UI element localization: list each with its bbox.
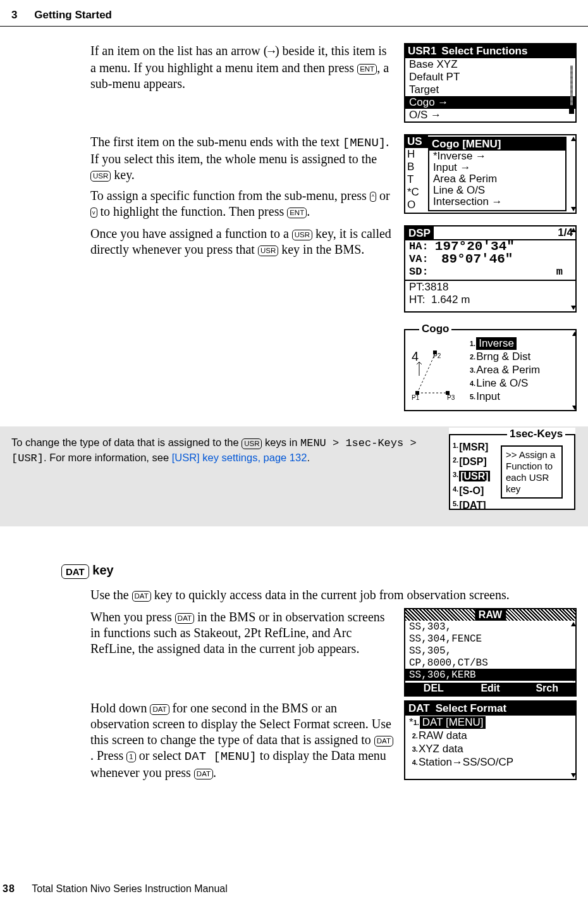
sidebar-item: *C bbox=[405, 186, 428, 199]
list-item[interactable]: O/S → bbox=[405, 109, 575, 121]
data-row[interactable]: SS,305, bbox=[405, 645, 575, 657]
list-item[interactable]: XYZ data bbox=[419, 743, 463, 755]
ent-key: ENT bbox=[357, 64, 377, 75]
chevron-down-icon bbox=[571, 207, 576, 211]
dat-key: DAT bbox=[194, 769, 213, 779]
chapter-title: Getting Started bbox=[34, 9, 112, 21]
sidebar-item: O bbox=[405, 199, 428, 211]
para-assign-specific: To assign a specific function from the s… bbox=[90, 188, 395, 220]
list-item[interactable]: Line & O/S bbox=[429, 185, 565, 196]
chevron-up-icon bbox=[575, 437, 575, 441]
list-item-selected[interactable]: Inverse bbox=[476, 337, 517, 350]
list-item-selected[interactable]: [USR] bbox=[459, 471, 489, 481]
text: or bbox=[376, 189, 390, 202]
list-item[interactable]: Station→SS/SO/CP bbox=[419, 756, 513, 769]
list-item[interactable]: Brng & Dist bbox=[476, 351, 530, 363]
text: key. bbox=[111, 168, 135, 182]
device-screen-cogo-submenu: US H B T *C O Cogo [MENU] *Inverse → Inp… bbox=[404, 134, 577, 214]
titlebar-tag: USR1 bbox=[405, 44, 439, 58]
text: . For more information, see bbox=[44, 452, 172, 463]
list-item-selected[interactable]: Cogo → bbox=[405, 96, 575, 109]
text: . bbox=[213, 766, 216, 779]
text: to highlight the function. Then press bbox=[97, 204, 288, 218]
list-item[interactable]: [DAT] bbox=[459, 500, 486, 510]
text: If an item on the list has an arrow ( bbox=[90, 44, 267, 58]
screen-body: *1.DAT [MENU] 2.RAW data 3.XYZ data 4.St… bbox=[405, 716, 575, 779]
arrow-glyph: → bbox=[267, 45, 274, 59]
data-row-selected[interactable]: SS,306,KERB bbox=[405, 669, 575, 681]
list-item[interactable]: Area & Perim bbox=[476, 364, 540, 376]
screen-body: 4 P2 P1 P3 1.Inverse 2.Brng & Dist bbox=[409, 335, 572, 409]
text: Use the bbox=[90, 588, 132, 602]
list-item[interactable]: *Inverse → bbox=[429, 151, 565, 162]
screen-body: Base XYZ Default PT Target Cogo → O/S → bbox=[405, 58, 575, 121]
text: Hold down bbox=[90, 701, 150, 715]
softkey-edit[interactable]: Edit bbox=[462, 683, 519, 695]
list-item[interactable]: Line & O/S bbox=[476, 377, 528, 390]
softkey-del[interactable]: DEL bbox=[405, 683, 462, 695]
text: key bbox=[89, 563, 114, 577]
ht-label: HT: bbox=[409, 294, 426, 306]
scroll-indicator bbox=[572, 332, 575, 410]
sidebar-under: US H B T *C O bbox=[405, 135, 428, 213]
svg-text:P1: P1 bbox=[412, 394, 420, 401]
list-item[interactable]: Input → bbox=[429, 162, 565, 173]
text: . bbox=[307, 452, 310, 463]
titlebar-tag: DAT bbox=[405, 702, 433, 716]
data-row[interactable]: SS,304,FENCE bbox=[405, 633, 575, 645]
dat-key: DAT bbox=[175, 613, 194, 624]
list-item-selected[interactable]: DAT [MENU] bbox=[420, 716, 486, 729]
softkey-search[interactable]: Srch bbox=[518, 683, 575, 695]
list-item[interactable]: Base XYZ bbox=[405, 58, 575, 71]
list-item[interactable]: [MSR] bbox=[459, 442, 488, 452]
section-head-dat-key: DAT key bbox=[61, 563, 114, 579]
softkey-bar: DEL Edit Srch bbox=[405, 683, 575, 695]
chapter-number: 3 bbox=[11, 9, 17, 22]
va-label: VA: bbox=[409, 253, 429, 266]
device-screen-1sec-keys: 1sec-Keys 1.[MSR] 2.[DSP] 3.[USR] 4.[S-O… bbox=[449, 428, 575, 510]
titlebar: USR1 Select Functions bbox=[405, 44, 575, 58]
page: 3 Getting Started If an item on the list… bbox=[0, 0, 588, 906]
chevron-up-icon bbox=[571, 137, 576, 141]
list-item[interactable]: Input bbox=[476, 390, 500, 403]
list-item[interactable]: RAW data bbox=[419, 729, 467, 742]
list-item[interactable]: Intersection → bbox=[429, 196, 565, 208]
text: To change the type of data that is assig… bbox=[11, 437, 242, 448]
running-header: 3 Getting Started bbox=[11, 9, 112, 22]
scroll-indicator bbox=[571, 622, 574, 681]
manual-title: Total Station Nivo Series Instruction Ma… bbox=[32, 883, 227, 894]
text: When you press bbox=[90, 610, 175, 624]
chevron-up-icon bbox=[571, 228, 576, 232]
list-item[interactable]: [S-O] bbox=[459, 485, 484, 496]
titlebar-pattern: RAW bbox=[405, 609, 575, 621]
ent-key: ENT bbox=[287, 208, 307, 218]
scroll-indicator bbox=[571, 703, 574, 778]
scrollbar-thumb[interactable] bbox=[569, 105, 574, 114]
diagram-icon: 4 P2 P1 P3 bbox=[410, 339, 461, 407]
svg-text:4: 4 bbox=[412, 349, 419, 363]
link-usr-key-settings[interactable]: [USR] key settings, page 132 bbox=[172, 452, 307, 463]
list-item[interactable]: Default PT bbox=[405, 71, 575, 84]
list-item[interactable]: Target bbox=[405, 84, 575, 96]
titlebar: DSP 1/4 bbox=[405, 226, 575, 240]
dat-keycap-large: DAT bbox=[61, 564, 89, 579]
titlebar-title: Select Format bbox=[433, 702, 575, 716]
list-item[interactable]: Area & Perim bbox=[429, 173, 565, 185]
data-row[interactable]: CP,8000,CT/BS bbox=[405, 657, 575, 669]
scrollbar[interactable] bbox=[569, 59, 574, 120]
up-key: ^ bbox=[370, 192, 376, 202]
frame-legend: 1sec-Keys bbox=[507, 428, 565, 440]
screen-body: HA: 197°20'34" VA: 89°07'46" SD:m PT:381… bbox=[405, 240, 575, 311]
text: . bbox=[307, 204, 310, 218]
text: key in the BMS. bbox=[278, 242, 364, 256]
list-item[interactable]: [DSP] bbox=[459, 456, 487, 467]
text: The first item on the sub-menu ends with… bbox=[90, 135, 343, 149]
text: To assign a specific function from the s… bbox=[90, 189, 370, 202]
titlebar-title: Select Functions bbox=[439, 44, 575, 58]
chevron-down-icon bbox=[571, 773, 576, 778]
data-row[interactable]: SS,303, bbox=[405, 621, 575, 633]
device-screen-raw: RAW SS,303, SS,304,FENCE SS,305, CP,8000… bbox=[404, 608, 577, 697]
device-screen-dsp: DSP 1/4 HA: 197°20'34" VA: 89°07'46" SD:… bbox=[404, 225, 577, 313]
popup-title: Cogo [MENU] bbox=[429, 138, 565, 151]
sidebar-item: B bbox=[405, 161, 428, 173]
